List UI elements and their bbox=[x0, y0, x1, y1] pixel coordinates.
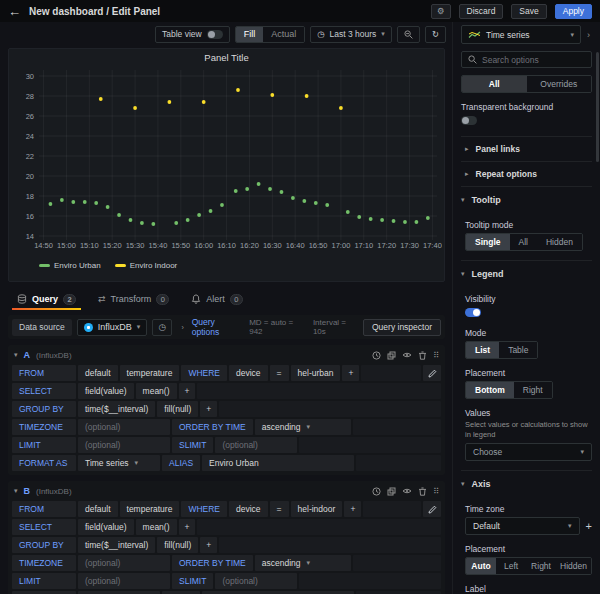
clause-value[interactable]: fill(null) bbox=[157, 401, 198, 417]
eye-icon[interactable] bbox=[402, 487, 412, 495]
collapse-options-button[interactable]: › bbox=[585, 30, 592, 40]
clause-value[interactable]: time($__interval) bbox=[78, 401, 155, 417]
clause-value[interactable]: mean() bbox=[136, 383, 177, 399]
clause-keyword[interactable]: WHERE bbox=[181, 365, 227, 381]
add-clause-button[interactable]: + bbox=[179, 383, 196, 399]
legend-values-select[interactable]: Choose ▾ bbox=[465, 443, 592, 461]
legend-item-enviro-indoor[interactable]: Enviro Indoor bbox=[115, 261, 178, 270]
legend-item-enviro-urban[interactable]: Enviro Urban bbox=[39, 261, 101, 270]
clause-value[interactable]: default bbox=[78, 501, 118, 517]
clause-value[interactable]: (optional) bbox=[215, 573, 297, 589]
option-fill[interactable]: Fill bbox=[236, 27, 264, 42]
history-icon[interactable] bbox=[372, 351, 381, 360]
repeat-options-section[interactable]: ▸ Repeat options bbox=[461, 162, 592, 187]
eye-icon[interactable] bbox=[402, 351, 412, 359]
clause-value[interactable]: (optional) bbox=[78, 437, 170, 453]
clause-value[interactable]: mean() bbox=[136, 519, 177, 535]
option-list[interactable]: List bbox=[466, 342, 499, 358]
option-hidden[interactable]: Hidden bbox=[556, 558, 591, 574]
datasource-select[interactable]: InfluxDB ▾ bbox=[77, 319, 148, 336]
clause-value[interactable]: temperature bbox=[120, 501, 180, 517]
time-range-picker[interactable]: ◷ Last 3 hours ▾ bbox=[310, 26, 392, 43]
clause-value[interactable]: (optional) bbox=[78, 419, 170, 435]
option-all[interactable]: All bbox=[462, 76, 527, 92]
clause-value[interactable]: hel-urban bbox=[291, 365, 341, 381]
drag-icon[interactable]: ⠿ bbox=[433, 487, 439, 496]
edit-raw-query-button[interactable] bbox=[423, 365, 441, 381]
clause-keyword[interactable]: SLIMIT bbox=[172, 573, 213, 589]
option-auto[interactable]: Auto bbox=[466, 558, 496, 574]
clause-value[interactable]: field(value) bbox=[78, 519, 134, 535]
add-timezone-button[interactable]: + bbox=[586, 520, 592, 532]
add-clause-button[interactable]: + bbox=[344, 501, 361, 517]
add-clause-button[interactable]: + bbox=[200, 401, 217, 417]
query-header[interactable]: ▾ B (InfluxDB) ⠿ bbox=[12, 483, 441, 499]
add-clause-button[interactable]: + bbox=[179, 519, 196, 535]
clause-value[interactable]: (optional) bbox=[78, 555, 170, 571]
tab-transform[interactable]: ⇄Transform0 bbox=[89, 288, 178, 310]
add-clause-button[interactable]: + bbox=[200, 537, 217, 553]
trash-icon[interactable] bbox=[418, 487, 427, 496]
query-options-link[interactable]: Query options bbox=[192, 317, 241, 337]
timezone-select[interactable]: Default ▾ bbox=[465, 517, 580, 535]
viz-type-select[interactable]: Time series ▾ bbox=[461, 25, 581, 44]
option-actual[interactable]: Actual bbox=[263, 27, 304, 42]
table-view-toggle[interactable] bbox=[207, 30, 223, 39]
clause-keyword[interactable]: ALIAS bbox=[162, 455, 200, 471]
legend-visibility-toggle[interactable] bbox=[465, 308, 481, 317]
option-bottom[interactable]: Bottom bbox=[466, 382, 514, 398]
history-icon[interactable] bbox=[372, 487, 381, 496]
transparent-background-toggle[interactable] bbox=[461, 116, 477, 125]
trash-icon[interactable] bbox=[418, 351, 427, 360]
clause-value[interactable]: (optional) bbox=[215, 437, 297, 453]
discard-button[interactable]: Discard bbox=[459, 4, 504, 19]
clause-value[interactable]: Time series▾ bbox=[78, 455, 160, 471]
axis-section-header[interactable]: ▾ Axis bbox=[461, 473, 592, 495]
clause-keyword[interactable]: WHERE bbox=[181, 501, 227, 517]
legend-section-header[interactable]: ▾ Legend bbox=[461, 263, 592, 285]
option-right[interactable]: Right bbox=[526, 558, 556, 574]
tab-alert[interactable]: Alert0 bbox=[182, 288, 252, 310]
clause-keyword[interactable]: SLIMIT bbox=[172, 437, 213, 453]
copy-icon[interactable] bbox=[387, 487, 396, 496]
add-clause-button[interactable]: + bbox=[342, 365, 359, 381]
sidebar-scrollbar[interactable] bbox=[596, 52, 599, 162]
clause-value[interactable]: field(value) bbox=[78, 383, 134, 399]
option-single[interactable]: Single bbox=[466, 234, 510, 250]
tab-query[interactable]: Query2 bbox=[8, 288, 85, 310]
query-history-button[interactable]: ◷ bbox=[152, 319, 172, 336]
clause-value[interactable]: = bbox=[270, 501, 289, 517]
clause-value[interactable]: fill(null) bbox=[157, 537, 198, 553]
refresh-button[interactable]: ↻ bbox=[425, 26, 446, 43]
clause-value[interactable]: device bbox=[229, 365, 268, 381]
clause-value[interactable]: ascending▾ bbox=[255, 555, 351, 571]
clause-value[interactable]: (optional) bbox=[78, 573, 170, 589]
apply-button[interactable]: Apply bbox=[555, 4, 592, 19]
option-all[interactable]: All bbox=[510, 234, 537, 250]
option-overrides[interactable]: Overrides bbox=[527, 76, 592, 92]
option-left[interactable]: Left bbox=[496, 558, 526, 574]
options-search-input[interactable] bbox=[482, 55, 593, 65]
tooltip-section-header[interactable]: ▾ Tooltip bbox=[461, 189, 592, 211]
option-hidden[interactable]: Hidden bbox=[537, 234, 582, 250]
clause-keyword[interactable]: ORDER BY TIME bbox=[172, 419, 253, 435]
clause-value[interactable]: temperature bbox=[120, 365, 180, 381]
option-right[interactable]: Right bbox=[514, 382, 552, 398]
clause-keyword[interactable]: ORDER BY TIME bbox=[172, 555, 253, 571]
query-header[interactable]: ▾ A (InfluxDB) ⠿ bbox=[12, 347, 441, 363]
edit-raw-query-button[interactable] bbox=[423, 501, 441, 517]
dashboard-settings-button[interactable]: ⚙ bbox=[431, 4, 451, 19]
clause-value[interactable]: hel-indoor bbox=[291, 501, 343, 517]
copy-icon[interactable] bbox=[387, 351, 396, 360]
table-view-control[interactable]: Table view bbox=[155, 26, 230, 43]
panel-links-section[interactable]: ▸ Panel links bbox=[461, 137, 592, 162]
back-arrow-icon[interactable]: ← bbox=[8, 5, 21, 18]
clause-value[interactable]: device bbox=[229, 501, 268, 517]
clause-value[interactable]: default bbox=[78, 365, 118, 381]
option-table[interactable]: Table bbox=[499, 342, 537, 358]
clause-value[interactable]: Enviro Urban bbox=[202, 455, 354, 471]
query-inspector-button[interactable]: Query inspector bbox=[363, 319, 441, 336]
breadcrumb[interactable]: New dashboard / Edit Panel bbox=[29, 6, 160, 17]
zoom-out-button[interactable] bbox=[397, 26, 420, 43]
drag-icon[interactable]: ⠿ bbox=[433, 351, 439, 360]
